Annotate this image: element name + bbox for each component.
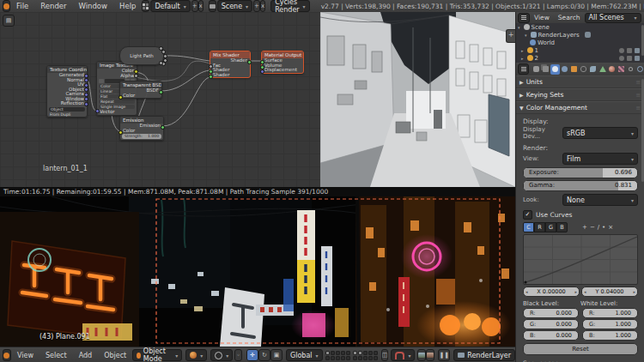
strength-slider[interactable]: Strength: 1.000 [122,134,161,139]
outliner-editor-icon[interactable] [518,13,530,23]
white-r-field[interactable]: R:1.000 [582,308,638,318]
black-b-field[interactable]: B:0.000 [523,330,579,341]
use-curves-checkbox[interactable]: ✓ [523,210,532,220]
exposure-slider[interactable]: Exposure: 0.696 [523,167,638,178]
zoom-in-icon[interactable]: + [582,224,587,231]
layout-icon[interactable] [142,0,149,12]
translate-manipulator-button[interactable]: ✛ [246,349,258,361]
outliner-search-menu[interactable]: Search [554,14,585,21]
tab-constraints[interactable] [579,64,588,75]
black-g-field[interactable]: G:0.000 [523,319,579,329]
delete-point-icon[interactable]: × [608,224,613,231]
screen-layout-select[interactable]: Default▾ [150,0,190,12]
decrement-arrow-icon[interactable]: ◂ [584,287,586,296]
clipping-icon[interactable]: • [602,224,605,231]
node-emission[interactable]: Emission Emission Color Strength: 1.000 [119,116,164,141]
cursor-icon[interactable] [627,56,632,61]
output-socket[interactable] [84,97,88,101]
tone-curve-widget[interactable] [523,234,638,285]
output-socket[interactable] [134,74,138,78]
menu-view[interactable]: View [11,352,39,359]
input-socket[interactable] [260,69,264,74]
pause-render-button[interactable]: ❚❚ [438,349,450,361]
tab-physics[interactable] [635,64,644,75]
add-layout-button[interactable]: + [191,0,198,12]
panel-units[interactable]: ▶ Units ≡ [516,75,644,88]
tab-scene[interactable] [550,64,560,75]
output-socket[interactable] [247,60,252,64]
menu-file[interactable]: File [10,2,34,10]
gamma-slider[interactable]: Gamma: 0.831 [523,180,638,191]
tools-icon[interactable]: / [598,224,599,231]
tab-texture[interactable] [617,64,626,75]
panel-keying-sets[interactable]: ▶ Keying Sets ≡ [516,88,644,101]
scene-icon[interactable] [209,0,216,12]
cursor-icon[interactable] [627,48,632,53]
layers-widget-1[interactable] [325,351,350,360]
look-select[interactable]: None▾ [562,194,638,206]
panel-grip-icon[interactable]: ≡ [635,105,641,112]
display-device-select[interactable]: sRGB▾ [562,127,638,139]
rotate-manipulator-button[interactable]: ↻ [258,349,270,361]
region-expand-tab[interactable]: + [506,29,515,43]
expand-icon[interactable]: ▸ [521,48,524,53]
menu-window[interactable]: Window [73,2,114,10]
tab-render[interactable] [532,64,541,75]
editor-type-icon[interactable] [3,0,10,12]
panel-color-management[interactable]: ▼ Color Management ≡ [516,101,644,114]
camera-icon[interactable] [635,48,640,53]
increment-arrow-icon[interactable]: ▸ [633,287,635,296]
pivot-align-toggle[interactable]: ◦ [234,349,242,361]
increment-arrow-icon[interactable]: ▸ [574,287,577,296]
transform-orientation-select[interactable]: Global▾ [286,349,323,361]
camera-icon[interactable] [635,56,640,61]
snap-select[interactable]: ▾ [391,349,415,361]
tab-modifiers[interactable] [588,64,598,75]
outliner-row-lamp-1[interactable]: ▸ 1 [516,46,644,54]
expand-icon[interactable]: ▾ [525,33,527,38]
render-animation-button[interactable] [426,349,434,361]
zoom-out-icon[interactable]: − [590,224,595,231]
extension-menu[interactable]: Repeat [99,100,135,104]
viewport-rendered[interactable] [0,196,515,347]
node-transparent-bsdf[interactable]: Transparent BSDF BSDF Color [119,81,162,99]
eye-icon[interactable] [619,56,624,61]
menu-select[interactable]: Select [39,352,73,359]
channel-c-button[interactable]: C [523,222,534,232]
decrement-arrow-icon[interactable]: ◂ [526,287,528,296]
input-socket[interactable] [209,64,213,69]
input-socket[interactable] [95,109,100,113]
tab-object[interactable] [569,64,579,75]
render-still-button[interactable] [417,349,426,361]
output-socket[interactable] [84,102,88,106]
panel-grip-icon[interactable]: ≡ [635,92,641,99]
white-g-field[interactable]: G:1.000 [582,319,638,329]
channel-r-button[interactable]: R [534,222,545,232]
output-socket[interactable] [161,125,165,130]
menu-help[interactable]: Help [113,2,142,10]
input-socket[interactable] [260,60,264,64]
output-socket[interactable] [159,90,163,94]
output-socket[interactable] [84,87,88,92]
tab-world[interactable] [560,64,569,75]
node-texture-coordinate[interactable]: Texture Coordinate Generated Normal UV O… [46,65,88,118]
scale-manipulator-button[interactable]: ▣ [270,349,283,361]
close-scene-button[interactable]: x [260,0,265,12]
scene-select[interactable]: Scene▾ [217,0,252,12]
channel-g-button[interactable]: G [545,222,556,232]
from-dupli-checkbox[interactable]: From Dupli [47,112,87,118]
reset-button[interactable]: Reset [523,343,638,355]
add-scene-button[interactable]: + [253,0,260,12]
lock-to-scene-button[interactable]: ◫ [381,349,389,361]
curve-point-y-field[interactable]: ◂ Y 0.04000 ▸ [581,287,638,297]
black-r-field[interactable]: R:0.000 [523,308,579,318]
menu-object[interactable]: Object [98,352,132,359]
tab-material[interactable] [607,64,617,75]
tab-object-data[interactable] [598,64,607,75]
outliner-row-scene[interactable]: ▾ Scene [516,23,644,31]
tab-render-layers[interactable] [541,64,550,75]
expand-icon[interactable]: ▸ [521,56,524,61]
curve-point-x-field[interactable]: ◂ X 0.00000 ▸ [523,287,580,297]
tab-particles[interactable] [626,64,635,75]
input-socket[interactable] [209,75,213,79]
